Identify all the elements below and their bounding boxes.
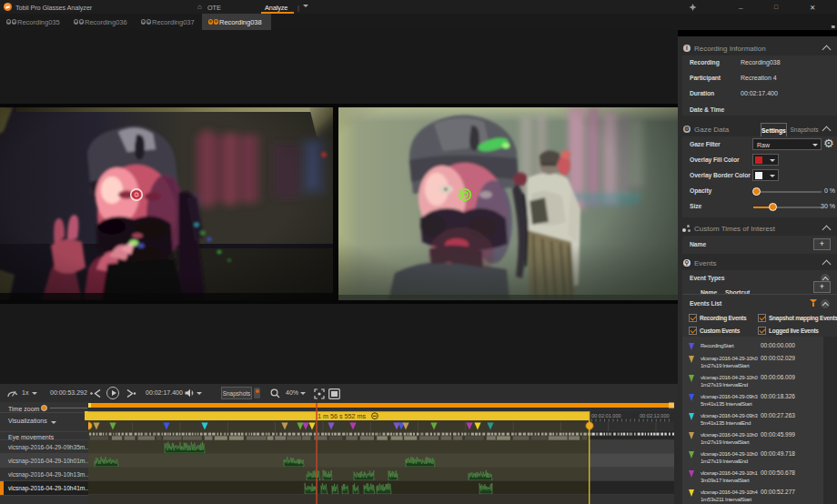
svg-text:00:02:01.000: 00:02:01.000 — [591, 413, 621, 418]
svg-text:1 m 56 s 552 ms: 1 m 56 s 552 ms — [318, 412, 367, 420]
svg-text:00:02:12.000: 00:02:12.000 — [640, 413, 670, 418]
